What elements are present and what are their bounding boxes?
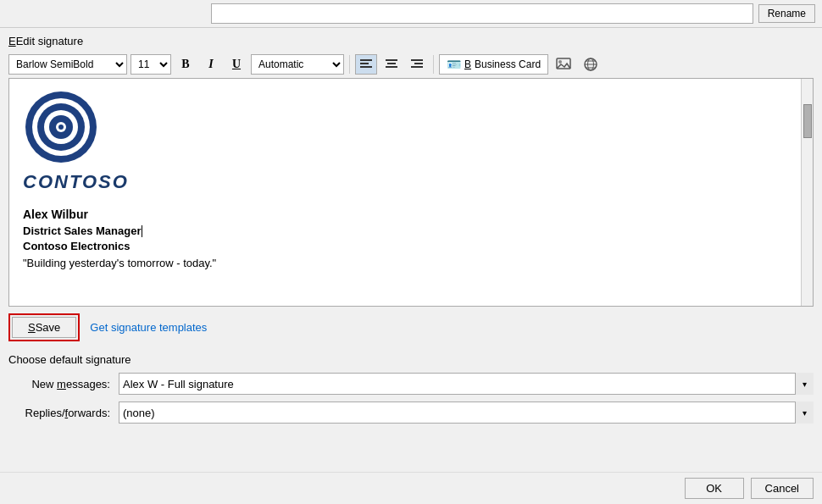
svg-rect-0 [360, 59, 372, 61]
contoso-circle-logo [23, 89, 99, 165]
get-templates-link[interactable]: Get signature templates [90, 321, 207, 334]
sig-title: District Sales Manager [23, 224, 799, 239]
replies-label: Replies/forwards: [8, 407, 110, 419]
contoso-logo: CONTOSO [23, 89, 799, 193]
svg-rect-6 [411, 59, 423, 61]
insert-image-button[interactable] [552, 54, 575, 75]
signature-editor[interactable]: CONTOSO Alex Wilbur District Sales Manag… [8, 78, 814, 307]
scrollbar[interactable] [801, 79, 813, 306]
rename-input[interactable] [211, 3, 753, 24]
insert-link-icon [583, 57, 598, 72]
replies-row: Replies/forwards: (none) ▾ [8, 402, 814, 424]
rename-section: Rename [211, 3, 815, 24]
align-center-button[interactable] [380, 54, 403, 75]
insert-image-icon [556, 58, 571, 71]
bold-button[interactable]: B [175, 54, 197, 75]
save-row: SSave Get signature templates [0, 307, 822, 348]
business-card-button[interactable]: 🪪 BBusiness Card [439, 54, 548, 75]
svg-rect-5 [386, 66, 397, 68]
cancel-button[interactable]: Cancel [751, 478, 814, 499]
editor-content: CONTOSO Alex Wilbur District Sales Manag… [9, 79, 813, 306]
bottom-bar: OK Cancel [0, 472, 822, 504]
align-center-icon [386, 59, 397, 69]
svg-rect-2 [360, 66, 372, 68]
svg-point-22 [58, 125, 64, 130]
toolbar-divider-1 [349, 55, 350, 74]
font-family-select[interactable]: Barlow SemiBold [8, 54, 127, 75]
align-right-icon [411, 59, 423, 69]
underline-button[interactable]: U [225, 54, 247, 75]
edit-signature-label: EEdit signature [0, 28, 822, 51]
cursor [142, 225, 142, 237]
save-label: Save [36, 321, 61, 334]
business-card-icon: 🪪 [447, 58, 461, 71]
save-button[interactable]: SSave [12, 317, 76, 338]
sig-name: Alex Wilbur [23, 207, 799, 224]
business-card-label: Business Card [475, 58, 541, 70]
toolbar-divider-2 [433, 55, 434, 74]
scroll-thumb[interactable] [803, 104, 812, 138]
insert-link-button[interactable] [579, 54, 603, 75]
italic-button[interactable]: I [200, 54, 222, 75]
new-messages-select[interactable]: Alex W - Full signature [119, 373, 814, 395]
align-left-icon [360, 59, 372, 69]
rename-button[interactable]: Rename [758, 4, 815, 23]
svg-rect-8 [411, 66, 423, 68]
svg-rect-3 [386, 59, 397, 61]
font-size-select[interactable]: 11 [131, 54, 171, 75]
color-select[interactable]: Automatic [251, 54, 344, 75]
default-signature-title: Choose default signature [8, 353, 814, 366]
svg-rect-1 [360, 63, 369, 64]
formatting-toolbar: Barlow SemiBold 11 B I U Automatic [0, 51, 822, 78]
new-messages-row: New messages: Alex W - Full signature ▾ [8, 373, 814, 395]
save-button-wrapper: SSave [8, 313, 80, 341]
main-container: Rename EEdit signature Barlow SemiBold 1… [0, 0, 822, 504]
sig-company: Contoso Electronics [23, 239, 799, 254]
default-signature-section: Choose default signature New messages: A… [0, 348, 822, 434]
replies-select[interactable]: (none) [119, 402, 814, 424]
align-right-button[interactable] [406, 54, 428, 75]
svg-rect-4 [387, 63, 396, 64]
ok-button[interactable]: OK [685, 478, 744, 499]
svg-point-10 [558, 60, 562, 64]
top-bar: Rename [0, 0, 822, 28]
new-messages-label: New messages: [8, 378, 110, 390]
svg-rect-7 [414, 63, 423, 64]
contoso-name: CONTOSO [23, 171, 799, 193]
replies-dropdown-wrapper: (none) ▾ [119, 402, 814, 424]
sig-quote: "Building yesterday's tomorrow - today." [23, 256, 799, 271]
align-left-button[interactable] [355, 54, 377, 75]
new-messages-dropdown-wrapper: Alex W - Full signature ▾ [119, 373, 814, 395]
